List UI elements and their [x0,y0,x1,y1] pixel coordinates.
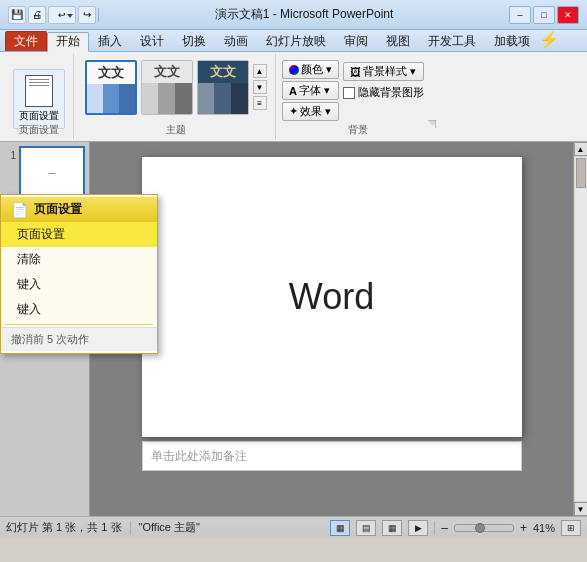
page-setup-group-label: 页面设置 [4,123,73,137]
tab-slideshow[interactable]: 幻灯片放映 [257,31,335,51]
notes-area[interactable]: 单击此处添加备注 [142,441,522,471]
slide-thumbnail-1[interactable]: — [19,146,85,198]
tab-insert[interactable]: 插入 [89,31,131,51]
scroll-track[interactable] [575,157,587,501]
zoom-level: 41% [533,522,555,534]
slide-canvas[interactable]: Word [142,157,522,437]
tab-home[interactable]: 开始 [47,32,89,52]
tab-transitions[interactable]: 切换 [173,31,215,51]
slide-word-text: Word [289,276,374,318]
theme-button-2[interactable]: 文文 [141,60,193,115]
background-left: 颜色 ▾ A 字体 ▾ ✦ 效果 ▾ [282,60,339,126]
slide-thumb-container-1: 1 — [4,146,85,198]
theme-scroll-down[interactable]: ▼ [253,80,267,94]
color-label: 颜色 ▾ [301,62,332,77]
maximize-button[interactable]: □ [533,6,555,24]
menu-item-clear[interactable]: 清除 [1,247,157,272]
color-icon [289,65,299,75]
slide-thumb-content: — [49,169,56,176]
view-slide-sorter-button[interactable]: ▤ [356,520,376,536]
font-icon: A [289,85,297,97]
hide-bg-row: 隐藏背景图形 [343,85,424,100]
effect-icon: ✦ [289,105,298,118]
title-bar: 💾 🖨 ↩ ↪ 演示文稿1 - Microsoft PowerPoint – □… [0,0,587,30]
bg-style-button[interactable]: 🖼 背景样式 ▾ [343,62,424,81]
font-label: 字体 ▾ [299,83,330,98]
theme-name: "Office 主题" [139,520,200,535]
menu-divider [5,324,153,325]
undo-dropdown-icon[interactable]: ↩ [48,6,76,24]
theme-scroll-up[interactable]: ▲ [253,64,267,78]
tab-review[interactable]: 审阅 [335,31,377,51]
hide-bg-checkbox[interactable] [343,87,355,99]
workspace: 1 — Word 单击此处添加备注 ▲ ▼ 📄 页面设置 页面设置 清除 键入 … [0,142,587,516]
theme-item-2: 文文 [141,60,193,115]
zoom-in-button[interactable]: + [520,521,527,535]
fit-window-button[interactable]: ⊞ [561,520,581,536]
ribbon-group-page-setup: 页面设置 页面设置 [4,54,74,139]
theme-item-1: 文文 [85,60,137,115]
page-setup-label: 页面设置 [19,109,59,123]
tab-view[interactable]: 视图 [377,31,419,51]
view-reading-button[interactable]: ▦ [382,520,402,536]
ribbon-group-themes: 文文 文文 [76,54,276,139]
scroll-down-button[interactable]: ▼ [574,502,588,516]
effect-label: 效果 ▾ [300,104,331,119]
quick-access-toolbar: 💾 🖨 ↩ ↪ [8,6,99,24]
zoom-thumb[interactable] [475,523,485,533]
zoom-slider[interactable] [454,524,514,532]
print-icon[interactable]: 🖨 [28,6,46,24]
status-sep-2 [434,521,435,535]
menu-header-label: 页面设置 [34,201,82,218]
menu-item-type-2[interactable]: 键入 [1,297,157,322]
menu-icon: 📄 [11,202,28,218]
scroll-thumb[interactable] [576,158,586,188]
menu-header: 📄 页面设置 [1,197,157,222]
status-right: ▦ ▤ ▦ ▶ – + 41% ⊞ [330,520,581,536]
dropdown-menu: 📄 页面设置 页面设置 清除 键入 键入 撤消前 5 次动作 [0,194,158,354]
bg-style-label: 背景样式 ▾ [363,64,416,79]
slide-info: 幻灯片 第 1 张，共 1 张 [6,520,122,535]
view-normal-button[interactable]: ▦ [330,520,350,536]
hide-bg-label: 隐藏背景图形 [358,85,424,100]
window-title: 演示文稿1 - Microsoft PowerPoint [99,6,509,23]
theme-item-3: 文文 [197,60,249,115]
zoom-out-button[interactable]: – [441,521,448,535]
scroll-up-button[interactable]: ▲ [574,142,588,156]
scrollbar-vertical: ▲ ▼ [573,142,587,516]
more-tabs-icon[interactable]: ⚡ [539,30,559,51]
status-bar: 幻灯片 第 1 张，共 1 张 "Office 主题" ▦ ▤ ▦ ▶ – + … [0,516,587,538]
notes-placeholder: 单击此处添加备注 [151,448,247,465]
theme-button-1[interactable]: 文文 [85,60,137,115]
slide-number-1: 1 [4,150,16,161]
page-setup-icon [25,75,53,107]
menu-item-page-setup[interactable]: 页面设置 [1,222,157,247]
ribbon-tabs: 文件 开始 插入 设计 切换 动画 幻灯片放映 审阅 视图 开发工具 加载项 ⚡ [0,30,587,52]
window-controls: – □ ✕ [509,6,579,24]
tab-addins[interactable]: 加载项 [485,31,539,51]
close-button[interactable]: ✕ [557,6,579,24]
color-button[interactable]: 颜色 ▾ [282,60,339,79]
menu-footer: 撤消前 5 次动作 [1,327,157,351]
effect-button[interactable]: ✦ 效果 ▾ [282,102,339,121]
menu-item-type-1[interactable]: 键入 [1,272,157,297]
tab-design[interactable]: 设计 [131,31,173,51]
minimize-button[interactable]: – [509,6,531,24]
background-content: 颜色 ▾ A 字体 ▾ ✦ 效果 ▾ 🖼 背景样式 ▾ [282,56,424,126]
tab-file[interactable]: 文件 [5,31,47,51]
page-setup-button[interactable]: 页面设置 [13,69,65,129]
background-group-label: 背景 [278,123,438,137]
save-icon[interactable]: 💾 [8,6,26,24]
tab-animations[interactable]: 动画 [215,31,257,51]
redo-icon[interactable]: ↪ [78,6,96,24]
tab-developer[interactable]: 开发工具 [419,31,485,51]
view-slideshow-button[interactable]: ▶ [408,520,428,536]
canvas-area: Word 单击此处添加备注 [90,142,573,516]
font-button[interactable]: A 字体 ▾ [282,81,339,100]
background-right: 🖼 背景样式 ▾ 隐藏背景图形 [343,60,424,126]
status-sep-1 [130,521,131,535]
theme-button-3[interactable]: 文文 [197,60,249,115]
theme-scroll-arrows: ▲ ▼ ≡ [253,64,267,110]
ribbon-group-background: 颜色 ▾ A 字体 ▾ ✦ 效果 ▾ 🖼 背景样式 ▾ [278,54,438,139]
theme-more-button[interactable]: ≡ [253,96,267,110]
